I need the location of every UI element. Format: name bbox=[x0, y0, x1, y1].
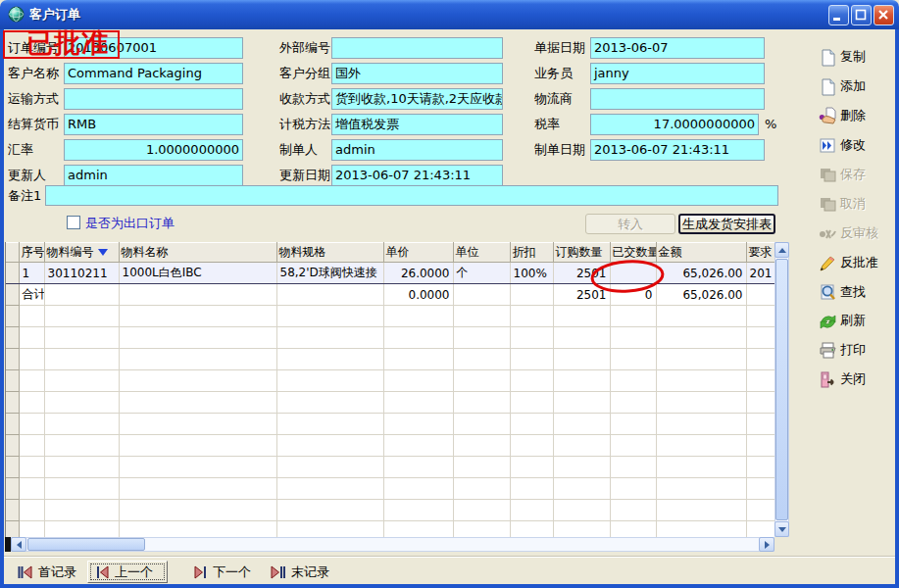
cell-delivered[interactable] bbox=[610, 263, 656, 284]
scroll-down-button[interactable] bbox=[774, 521, 789, 537]
salesman-label: 业务员 bbox=[534, 63, 573, 84]
scroll-right-button[interactable] bbox=[759, 537, 774, 552]
currency-field[interactable]: RMB bbox=[64, 114, 243, 135]
first-record-icon bbox=[18, 565, 32, 579]
empty-row bbox=[6, 478, 774, 500]
order-lines-table[interactable]: 序号 物料编号 物料名称 物料规格 单价 单位 折扣 订购数量 已交数量 金额 … bbox=[5, 242, 774, 537]
cancel-button[interactable]: 取消 bbox=[819, 192, 895, 216]
empty-row bbox=[6, 392, 774, 414]
create-date-field[interactable]: 2013-06-07 21:43:11 bbox=[590, 139, 765, 161]
total-amount: 65,026.00 bbox=[656, 284, 746, 306]
col-seq[interactable]: 序号 bbox=[19, 243, 44, 263]
update-date-label: 更新日期 bbox=[279, 165, 330, 186]
save-button[interactable]: 保存 bbox=[819, 163, 895, 186]
hscroll-thumb[interactable] bbox=[27, 538, 145, 551]
col-required[interactable]: 要求 bbox=[746, 243, 774, 263]
cell-discount[interactable]: 100% bbox=[510, 263, 553, 284]
doc-date-field[interactable]: 2013-06-07 bbox=[590, 37, 765, 59]
title-bar[interactable]: 客户订单 bbox=[0, 0, 899, 29]
total-label: 合计 bbox=[19, 284, 44, 306]
refresh-icon bbox=[819, 312, 837, 330]
minimize-button[interactable] bbox=[828, 5, 849, 25]
col-discount[interactable]: 折扣 bbox=[510, 243, 553, 263]
total-delivered: 0 bbox=[610, 284, 656, 306]
col-material-spec[interactable]: 物料规格 bbox=[276, 243, 383, 263]
unaudit-button[interactable]: 反审核 bbox=[819, 221, 895, 245]
cell-seq[interactable]: 1 bbox=[19, 263, 44, 284]
payment-method-field[interactable]: 货到收款,10天请款,2天应收款天 bbox=[331, 88, 503, 110]
col-delivered-qty[interactable]: 已交数量 bbox=[610, 243, 656, 263]
logistics-label: 物流商 bbox=[534, 88, 573, 110]
table-row[interactable]: 1 30110211 1000L白色IBC 58,2'D球阀快速接 26.000… bbox=[6, 263, 774, 284]
shipping-method-label: 运输方式 bbox=[8, 88, 59, 110]
col-order-qty[interactable]: 订购数量 bbox=[553, 243, 610, 263]
col-unit-price[interactable]: 单价 bbox=[383, 243, 453, 263]
first-record-button[interactable]: 首记录 bbox=[10, 561, 84, 583]
tax-rate-label: 税率 bbox=[534, 114, 560, 135]
delete-button[interactable]: 删除 bbox=[819, 104, 895, 127]
exchange-rate-field[interactable]: 1.0000000000 bbox=[64, 139, 243, 161]
transfer-button[interactable]: 转入 bbox=[585, 214, 675, 234]
window-border-bottom bbox=[0, 584, 899, 588]
tax-method-field[interactable]: 增值税发票 bbox=[331, 114, 503, 135]
approval-stamp-text: 已批准 bbox=[26, 25, 109, 61]
export-order-checkbox[interactable] bbox=[67, 216, 80, 229]
copy-icon bbox=[819, 48, 837, 67]
refresh-button[interactable]: 刷新 bbox=[819, 309, 895, 332]
empty-row bbox=[6, 306, 774, 327]
cell-unit[interactable]: 个 bbox=[453, 263, 510, 284]
update-date-field[interactable]: 2013-06-07 21:43:11 bbox=[331, 165, 503, 186]
unapprove-button[interactable]: 反批准 bbox=[819, 251, 895, 274]
add-button[interactable]: 添加 bbox=[819, 74, 895, 98]
cell-price[interactable]: 26.0000 bbox=[383, 263, 453, 284]
shipping-method-field[interactable] bbox=[64, 88, 243, 110]
modify-button[interactable]: 修改 bbox=[819, 133, 895, 157]
salesman-field[interactable]: janny bbox=[590, 63, 765, 84]
close-button[interactable] bbox=[874, 5, 894, 25]
create-date-label: 制单日期 bbox=[534, 139, 585, 161]
table-header-row[interactable]: 序号 物料编号 物料名称 物料规格 单价 单位 折扣 订购数量 已交数量 金额 … bbox=[6, 243, 774, 263]
cell-required[interactable]: 201 bbox=[746, 263, 774, 284]
tax-rate-unit: % bbox=[765, 114, 776, 135]
empty-row bbox=[6, 370, 774, 392]
col-material-name[interactable]: 物料名称 bbox=[119, 243, 276, 263]
tax-method-label: 计税方法 bbox=[279, 114, 330, 135]
close-window-button[interactable]: 关闭 bbox=[819, 368, 895, 391]
last-record-button[interactable]: 末记录 bbox=[263, 561, 337, 583]
table-total-row: 合计 0.0000 2501 0 65,026.00 bbox=[6, 284, 774, 306]
maximize-button[interactable] bbox=[851, 5, 872, 25]
cell-code[interactable]: 30110211 bbox=[44, 263, 119, 284]
scroll-left-button[interactable] bbox=[11, 537, 26, 552]
logistics-field[interactable] bbox=[590, 88, 765, 110]
cell-qty[interactable]: 2501 bbox=[553, 263, 610, 284]
find-icon bbox=[819, 283, 837, 302]
col-material-code[interactable]: 物料编号 bbox=[44, 243, 119, 263]
next-record-button[interactable]: 下一个 bbox=[186, 561, 259, 583]
copy-button[interactable]: 复制 bbox=[819, 45, 895, 69]
customer-group-field[interactable]: 国外 bbox=[331, 63, 503, 84]
cell-amount[interactable]: 65,026.00 bbox=[656, 263, 746, 284]
currency-label: 结算货币 bbox=[8, 114, 59, 135]
col-amount[interactable]: 金额 bbox=[656, 243, 746, 263]
creator-field[interactable]: admin bbox=[331, 139, 503, 161]
prev-record-button[interactable]: 上一个 bbox=[87, 561, 168, 583]
cell-spec[interactable]: 58,2'D球阀快速接 bbox=[276, 263, 383, 284]
updater-field[interactable]: admin bbox=[64, 165, 243, 186]
scroll-up-button[interactable] bbox=[774, 242, 789, 258]
generate-shipping-schedule-button[interactable]: 生成发货安排表 bbox=[678, 214, 775, 234]
export-order-label: 是否为出口订单 bbox=[85, 213, 175, 234]
empty-row bbox=[6, 435, 774, 457]
find-button[interactable]: 查找 bbox=[819, 280, 895, 304]
creator-label: 制单人 bbox=[279, 139, 318, 161]
last-record-icon bbox=[271, 565, 285, 579]
external-no-field[interactable] bbox=[331, 37, 503, 59]
cell-name[interactable]: 1000L白色IBC bbox=[119, 263, 276, 284]
tax-rate-field[interactable]: 17.0000000000 bbox=[590, 114, 759, 135]
save-icon bbox=[819, 166, 837, 184]
row-indicator-header bbox=[6, 243, 19, 263]
vscroll-thumb[interactable] bbox=[775, 259, 788, 520]
col-unit[interactable]: 单位 bbox=[453, 243, 510, 263]
remark1-field[interactable] bbox=[45, 185, 778, 206]
print-button[interactable]: 打印 bbox=[819, 338, 895, 362]
customer-name-field[interactable]: Command Packaging bbox=[64, 63, 243, 84]
